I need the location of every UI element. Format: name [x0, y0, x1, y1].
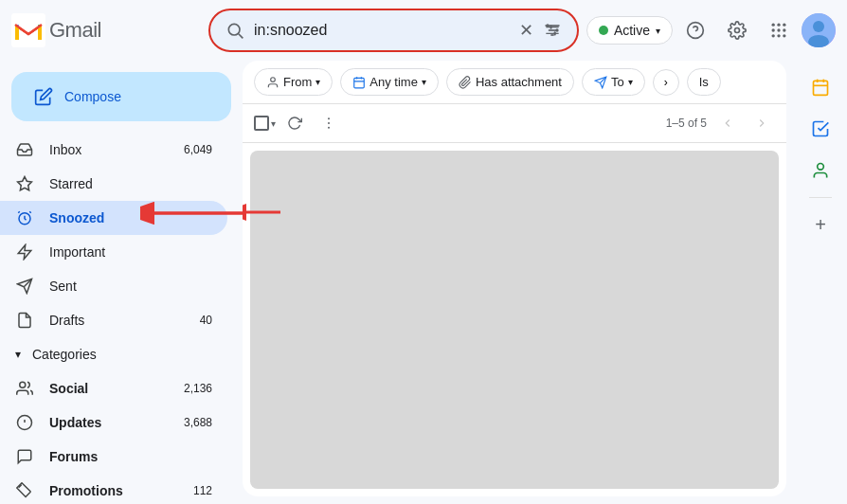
from-filter-chip[interactable]: From ▾	[254, 68, 333, 96]
svg-point-52	[328, 117, 330, 119]
inbox-icon	[15, 140, 34, 159]
more-options-button[interactable]	[314, 108, 344, 138]
select-all-checkbox[interactable]: ▾	[254, 116, 276, 131]
sidebar-item-drafts-count: 40	[200, 314, 212, 327]
to-chevron-icon: ▾	[628, 77, 633, 87]
email-list	[250, 151, 779, 489]
pagination-text: 1–5 of 5	[666, 117, 707, 130]
help-button[interactable]	[676, 11, 714, 49]
sidebar-item-promotions[interactable]: Promotions 112	[0, 474, 227, 504]
topbar: Gmail ✕ Active	[0, 0, 847, 61]
logo-area: Gmail	[11, 13, 201, 47]
contacts-side-button[interactable]	[802, 152, 839, 189]
search-options-icon[interactable]	[543, 21, 562, 40]
sidebar-item-important[interactable]: Important	[0, 235, 227, 269]
settings-button[interactable]	[718, 11, 756, 49]
to-filter-label: To	[611, 75, 624, 89]
calendar-icon	[352, 76, 366, 89]
search-input[interactable]	[254, 22, 510, 39]
svg-point-39	[20, 382, 26, 387]
svg-rect-46	[354, 78, 365, 88]
right-sidebar: +	[794, 61, 847, 504]
svg-marker-36	[18, 245, 31, 260]
checkbox-dropdown-icon[interactable]: ▾	[271, 118, 276, 129]
refresh-button[interactable]	[279, 108, 310, 138]
sidebar-item-inbox[interactable]: Inbox 6,049	[0, 133, 227, 167]
svg-line-7	[239, 34, 243, 39]
svg-point-59	[818, 164, 824, 171]
sidebar-item-drafts[interactable]: Drafts 40	[0, 303, 227, 337]
topbar-right: Active ▾	[586, 11, 836, 49]
sidebar-item-sent[interactable]: Sent	[0, 269, 227, 303]
svg-point-54	[328, 127, 330, 129]
avatar[interactable]	[802, 13, 836, 47]
next-page-button[interactable]	[748, 110, 775, 136]
anytime-chevron-icon: ▾	[422, 77, 426, 87]
snooze-icon	[15, 208, 34, 227]
sidebar-item-snoozed[interactable]: Snoozed	[0, 201, 227, 235]
sidebar-item-starred[interactable]: Starred	[0, 167, 227, 201]
svg-point-23	[772, 28, 775, 31]
sidebar-item-updates[interactable]: Updates 3,688	[0, 405, 227, 440]
svg-rect-16	[554, 31, 556, 35]
from-filter-label: From	[283, 75, 312, 89]
is-filter-chip[interactable]: Is	[687, 68, 721, 96]
svg-point-25	[783, 28, 785, 31]
sidebar-item-important-label: Important	[49, 244, 212, 260]
from-chevron-icon: ▾	[315, 77, 320, 87]
important-icon	[15, 243, 34, 261]
compose-icon	[34, 87, 53, 106]
categories-label: Categories	[32, 347, 97, 362]
compose-button[interactable]: Compose	[11, 72, 231, 121]
sidebar-item-social-count: 2,136	[184, 382, 212, 395]
anytime-filter-label: Any time	[369, 75, 418, 89]
sidebar-item-forums[interactable]: Forums	[0, 440, 227, 474]
checkbox[interactable]	[254, 116, 269, 131]
calendar-side-button[interactable]	[802, 68, 839, 106]
sent-icon	[15, 277, 34, 296]
sidebar-item-social[interactable]: Social 2,136	[0, 371, 227, 405]
apps-button[interactable]	[760, 11, 798, 49]
drafts-icon	[15, 311, 34, 330]
sidebar-item-promotions-label: Promotions	[49, 483, 178, 498]
forums-icon	[15, 447, 34, 466]
more-filters-button[interactable]: ›	[653, 69, 679, 96]
to-filter-chip[interactable]: To ▾	[582, 68, 645, 96]
toolbar: ▾ 1–5 of 5	[243, 104, 786, 143]
svg-point-20	[772, 24, 775, 27]
star-icon	[15, 174, 34, 193]
anytime-filter-chip[interactable]: Any time ▾	[340, 68, 439, 96]
filter-bar: From ▾ Any time ▾	[243, 61, 786, 104]
attachment-filter-chip[interactable]: Has attachment	[446, 68, 574, 96]
sidebar-item-sent-label: Sent	[49, 279, 212, 294]
add-app-button[interactable]: +	[802, 206, 839, 243]
is-filter-label: Is	[699, 75, 709, 89]
svg-point-28	[783, 34, 785, 37]
active-status-button[interactable]: Active ▾	[586, 16, 673, 45]
attachment-icon	[459, 76, 472, 89]
svg-line-34	[18, 211, 20, 213]
sidebar-item-forums-label: Forums	[49, 449, 212, 464]
pagination: 1–5 of 5	[666, 110, 775, 136]
tasks-side-button[interactable]	[802, 110, 839, 148]
sidebar-item-inbox-label: Inbox	[49, 142, 169, 157]
app-name-label: Gmail	[49, 18, 101, 43]
prev-page-button[interactable]	[714, 110, 741, 136]
right-sidebar-divider	[809, 197, 832, 198]
sidebar-item-drafts-label: Drafts	[49, 313, 185, 328]
search-icon	[225, 21, 244, 40]
search-bar[interactable]: ✕	[208, 9, 579, 52]
svg-point-45	[271, 77, 276, 81]
search-clear-icon[interactable]: ✕	[519, 20, 533, 41]
sidebar-item-updates-label: Updates	[49, 415, 169, 430]
categories-header[interactable]: ▾ Categories	[0, 337, 243, 371]
svg-point-26	[772, 34, 775, 37]
compose-label: Compose	[64, 89, 121, 104]
svg-point-53	[328, 122, 330, 124]
svg-point-12	[555, 28, 558, 31]
svg-point-30	[813, 21, 824, 32]
svg-marker-32	[18, 177, 32, 190]
svg-point-24	[777, 28, 780, 31]
sidebar-item-inbox-count: 6,049	[184, 143, 212, 156]
attachment-filter-label: Has attachment	[476, 75, 562, 89]
